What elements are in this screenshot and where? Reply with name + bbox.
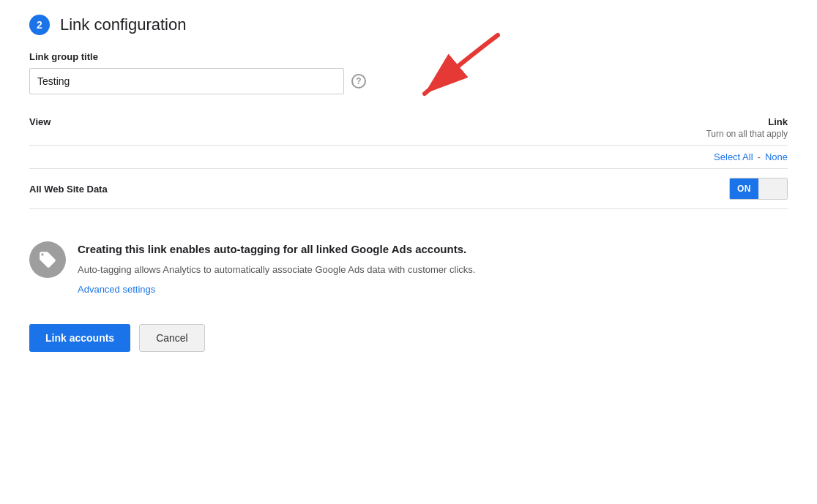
link-toggle[interactable]: ON xyxy=(729,178,788,200)
row-view-name: All Web Site Data xyxy=(29,184,108,195)
link-column-header: Link Turn on all that apply xyxy=(706,116,788,139)
cancel-button[interactable]: Cancel xyxy=(139,324,205,352)
toggle-off-area xyxy=(758,178,787,199)
link-group-title-input[interactable] xyxy=(29,68,344,94)
link-accounts-button[interactable]: Link accounts xyxy=(29,324,130,352)
info-section: Creating this link enables auto-tagging … xyxy=(29,227,788,309)
advanced-settings-link[interactable]: Advanced settings xyxy=(78,284,155,295)
toggle-on-label: ON xyxy=(730,178,758,199)
toggle-container: ON xyxy=(729,178,788,200)
info-tag-icon xyxy=(29,241,66,278)
table-header: View Link Turn on all that apply xyxy=(29,116,788,146)
link-header-title: Link xyxy=(706,116,788,127)
arrow-annotation-1 xyxy=(366,28,512,116)
none-link[interactable]: None xyxy=(765,151,788,162)
link-group-title-row: ? xyxy=(29,68,788,94)
step-number: 2 xyxy=(29,15,50,35)
info-description: Auto-tagging allows Analytics to automat… xyxy=(78,263,475,277)
info-title: Creating this link enables auto-tagging … xyxy=(78,241,475,257)
view-link-table: View Link Turn on all that apply Select … xyxy=(29,116,788,209)
view-column-header: View xyxy=(29,116,51,127)
link-group-title-label: Link group title xyxy=(29,51,788,62)
help-icon[interactable]: ? xyxy=(351,74,366,89)
footer-buttons: Link accounts Cancel xyxy=(29,324,788,352)
step-title: Link configuration xyxy=(60,15,186,34)
arrow-annotation-2 xyxy=(795,156,817,229)
select-all-link[interactable]: Select All xyxy=(714,151,753,162)
info-content: Creating this link enables auto-tagging … xyxy=(78,241,475,295)
select-separator: - xyxy=(758,151,761,162)
link-header-subtitle: Turn on all that apply xyxy=(706,129,788,139)
all-web-site-data-row: All Web Site Data ON xyxy=(29,169,788,209)
select-actions-row: Select All - None xyxy=(29,146,788,169)
step-header: 2 Link configuration xyxy=(29,15,788,35)
